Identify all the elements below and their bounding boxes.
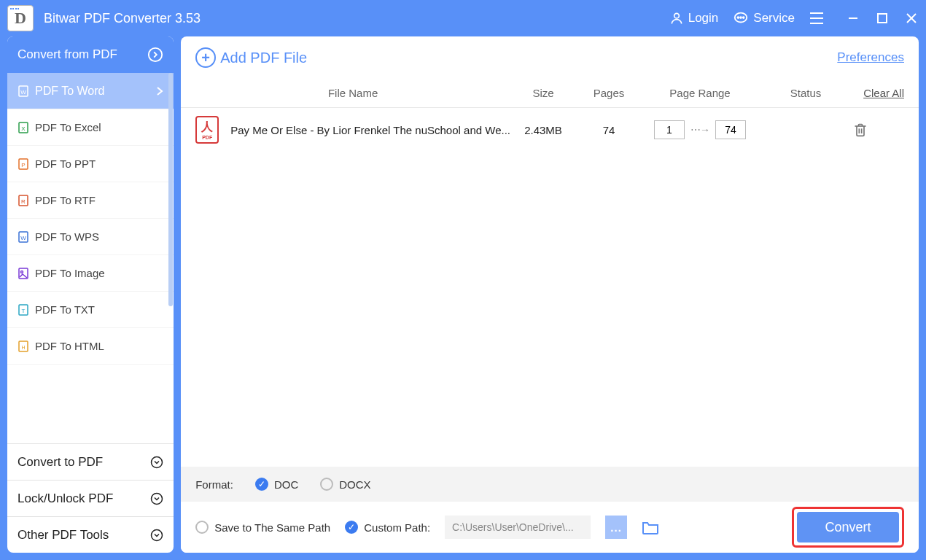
- wps-file-icon: W: [17, 231, 29, 243]
- delete-file-button[interactable]: [853, 122, 904, 138]
- radio-checked-icon: [255, 478, 268, 491]
- browse-path-button[interactable]: ...: [605, 516, 627, 539]
- sidebar-item-pdf-to-word[interactable]: W PDF To Word: [7, 73, 174, 109]
- col-range: Page Range: [642, 87, 758, 99]
- titlebar: D Bitwar PDF Converter 3.53 Login Servic…: [0, 0, 926, 36]
- app-logo-icon: D: [7, 5, 34, 31]
- svg-text:P: P: [21, 162, 25, 168]
- sidebar-item-label: PDF To Excel: [35, 121, 101, 133]
- sidebar-item-pdf-to-ppt[interactable]: P PDF To PPT: [7, 146, 174, 182]
- chevron-right-icon: [156, 86, 163, 96]
- section-label: Convert to PDF: [17, 455, 103, 470]
- sidebar-item-pdf-to-html[interactable]: H PDF To HTML: [7, 328, 174, 365]
- sidebar-item-label: PDF To HTML: [35, 340, 104, 352]
- svg-point-29: [152, 456, 163, 467]
- sidebar-item-pdf-to-excel[interactable]: X PDF To Excel: [7, 109, 174, 146]
- sidebar-item-label: PDF To PPT: [35, 158, 96, 170]
- sidebar-item-pdf-to-wps[interactable]: W PDF To WPS: [7, 219, 174, 255]
- login-button[interactable]: Login: [669, 11, 719, 26]
- format-doc-label: DOC: [274, 478, 298, 491]
- chevron-down-icon: [150, 529, 163, 542]
- bottom-bar: Save to The Same Path Custom Path: ... C…: [181, 502, 919, 553]
- svg-point-4: [743, 17, 744, 18]
- col-filename: File Name: [195, 87, 510, 99]
- range-arrow-icon: ⋯→: [690, 124, 709, 136]
- section-label: Lock/Unlock PDF: [17, 491, 113, 506]
- format-label: Format:: [195, 478, 233, 491]
- plus-circle-icon: +: [195, 47, 216, 68]
- preferences-link[interactable]: Preferences: [837, 50, 904, 65]
- svg-point-12: [149, 48, 162, 61]
- ppt-file-icon: P: [17, 158, 29, 170]
- sidebar-items: W PDF To Word X PDF To Excel P: [7, 73, 174, 443]
- menu-button[interactable]: [809, 12, 824, 25]
- convert-highlight: Convert: [792, 507, 904, 548]
- svg-text:W: W: [20, 89, 26, 96]
- file-size: 2.43MB: [510, 124, 576, 136]
- svg-point-31: [152, 529, 163, 540]
- clear-all-button[interactable]: Clear All: [863, 87, 904, 99]
- main-panel: + Add PDF File Preferences File Name Siz…: [181, 36, 919, 553]
- sidebar-item-label: PDF To Word: [35, 85, 104, 98]
- add-pdf-file-button[interactable]: + Add PDF File: [195, 47, 307, 68]
- sidebar-item-pdf-to-rtf[interactable]: R PDF To RTF: [7, 182, 174, 219]
- save-same-path-label: Save to The Same Path: [214, 521, 330, 534]
- minimize-button[interactable]: [846, 11, 860, 26]
- maximize-button[interactable]: [875, 11, 890, 26]
- svg-point-0: [674, 13, 679, 18]
- body-area: Convert from PDF W PDF To Word: [0, 36, 926, 560]
- hamburger-icon: [809, 12, 824, 25]
- txt-file-icon: T: [17, 304, 29, 316]
- format-bar: Format: DOC DOCX: [181, 467, 919, 502]
- titlebar-right: Login Service: [669, 10, 919, 26]
- svg-rect-9: [878, 14, 887, 23]
- sidebar-section-convert-to-pdf[interactable]: Convert to PDF: [7, 443, 174, 480]
- sidebar-section-convert-from-pdf[interactable]: Convert from PDF: [7, 36, 174, 73]
- sidebar-item-label: PDF To WPS: [35, 230, 99, 243]
- table-row: 人 PDF Pay Me Or Else - By Lior Frenkel T…: [181, 108, 919, 152]
- radio-checked-icon: [345, 521, 358, 534]
- sidebar-section-other-tools[interactable]: Other PDF Tools: [7, 516, 174, 553]
- app-window: D Bitwar PDF Converter 3.53 Login Servic…: [0, 0, 926, 560]
- svg-point-24: [21, 271, 23, 273]
- sidebar-section-lock-unlock[interactable]: Lock/Unlock PDF: [7, 480, 174, 516]
- chat-icon: [733, 10, 749, 26]
- sidebar-item-pdf-to-image[interactable]: PDF To Image: [7, 255, 174, 292]
- custom-path-option[interactable]: Custom Path:: [345, 521, 430, 534]
- html-file-icon: H: [17, 341, 29, 352]
- svg-text:R: R: [21, 198, 26, 205]
- file-table-header: File Name Size Pages Page Range Status C…: [181, 79, 919, 108]
- file-list: 人 PDF Pay Me Or Else - By Lior Frenkel T…: [181, 108, 919, 467]
- svg-point-30: [152, 493, 163, 504]
- custom-path-label: Custom Path:: [364, 521, 430, 534]
- save-same-path-option[interactable]: Save to The Same Path: [195, 521, 330, 534]
- svg-text:W: W: [20, 235, 26, 241]
- service-button[interactable]: Service: [733, 10, 795, 26]
- sidebar-item-pdf-to-txt[interactable]: T PDF To TXT: [7, 292, 174, 328]
- radio-unchecked-icon: [320, 478, 333, 491]
- custom-path-input[interactable]: [445, 516, 591, 539]
- format-option-doc[interactable]: DOC: [255, 478, 298, 491]
- page-range-to-input[interactable]: [715, 120, 746, 139]
- rtf-file-icon: R: [17, 195, 29, 206]
- page-range: ⋯→: [642, 120, 758, 139]
- svg-point-2: [738, 17, 739, 18]
- svg-text:X: X: [21, 125, 26, 132]
- sidebar-item-label: PDF To Image: [35, 267, 105, 279]
- file-pages: 74: [576, 124, 642, 136]
- user-icon: [669, 11, 684, 26]
- convert-button[interactable]: Convert: [797, 512, 899, 542]
- sidebar-scrollbar[interactable]: [168, 73, 173, 306]
- window-controls: [846, 11, 919, 26]
- svg-text:H: H: [21, 345, 25, 350]
- format-option-docx[interactable]: DOCX: [320, 478, 370, 491]
- page-range-from-input[interactable]: [654, 120, 685, 139]
- close-button[interactable]: [904, 11, 919, 26]
- chevron-down-icon: [150, 492, 163, 505]
- format-docx-label: DOCX: [339, 478, 370, 491]
- login-label: Login: [688, 11, 719, 26]
- excel-file-icon: X: [17, 122, 29, 133]
- chevron-right-circle-icon: [147, 47, 163, 63]
- chevron-down-icon: [150, 456, 163, 469]
- open-folder-button[interactable]: [642, 520, 659, 534]
